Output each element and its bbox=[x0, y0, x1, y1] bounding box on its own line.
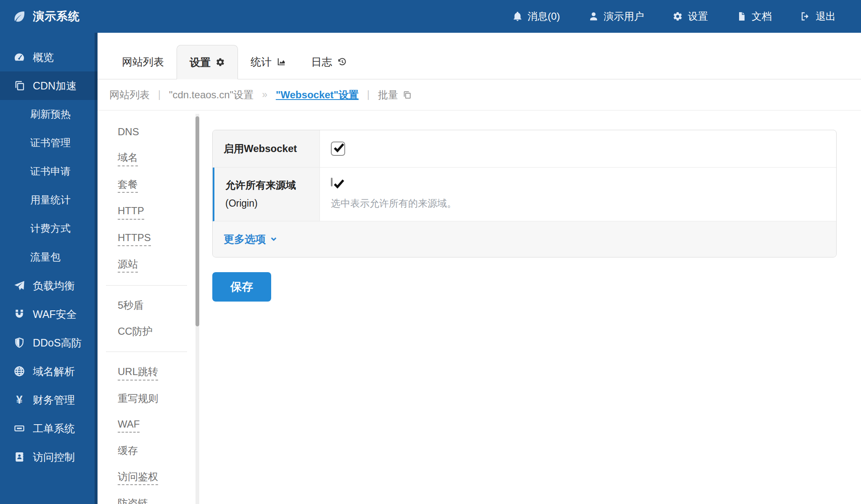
tab-logs[interactable]: 日志 bbox=[298, 45, 359, 79]
sidebar-item-cert-manage[interactable]: 证书管理 bbox=[0, 129, 98, 157]
subnav-item-plan[interactable]: 套餐 bbox=[118, 179, 138, 193]
sidebar-item-billing[interactable]: 计费方式 bbox=[0, 214, 98, 243]
sidebar-item-tickets[interactable]: 工单系统 bbox=[0, 414, 98, 443]
breadcrumb: 网站列表 | "cdn.teaos.cn"设置 » "Websocket"设置 … bbox=[98, 79, 861, 110]
sidebar-item-traffic-pack[interactable]: 流量包 bbox=[0, 243, 98, 271]
gear-icon bbox=[673, 11, 683, 21]
breadcrumb-site-list[interactable]: 网站列表 bbox=[109, 88, 150, 102]
subnav-item-domain[interactable]: 域名 bbox=[118, 152, 138, 166]
topnav: 消息(0) 演示用户 设置 文档 退出 bbox=[498, 10, 861, 23]
sidebar-item-label: 证书申请 bbox=[30, 165, 71, 178]
subnav-divider bbox=[106, 285, 187, 286]
clone-icon bbox=[402, 90, 412, 100]
logout-icon bbox=[800, 11, 811, 21]
panel-footer: 更多选项 bbox=[213, 221, 836, 257]
sidebar-item-label: 刷新预热 bbox=[30, 108, 71, 121]
field-sublabel-text: (Origin) bbox=[225, 198, 312, 209]
sidebar-item-label: 工单系统 bbox=[33, 422, 75, 436]
more-options-label: 更多选项 bbox=[224, 232, 266, 246]
gear-icon bbox=[216, 58, 225, 67]
topnav-docs[interactable]: 文档 bbox=[722, 10, 786, 23]
subnav-divider bbox=[106, 352, 187, 352]
sidebar-item-label: CDN加速 bbox=[33, 79, 77, 93]
sidebar-item-label: WAF安全 bbox=[33, 307, 77, 321]
sidebar-item-refresh-prewarm[interactable]: 刷新预热 bbox=[0, 100, 98, 129]
sidebar-item-finance[interactable]: ¥ 财务管理 bbox=[0, 386, 98, 414]
history-icon bbox=[337, 57, 346, 66]
subnav-scrollbar-thumb[interactable] bbox=[195, 116, 199, 326]
top-navbar: 演示系统 消息(0) 演示用户 设置 文档 bbox=[0, 0, 861, 33]
batch-label: 批量 bbox=[378, 88, 398, 102]
shield-half-icon bbox=[12, 337, 27, 349]
globe-icon bbox=[12, 365, 27, 377]
breadcrumb-arrow: » bbox=[262, 89, 267, 100]
breadcrumb-batch[interactable]: 批量 bbox=[378, 88, 412, 102]
tab-settings[interactable]: 设置 bbox=[177, 45, 238, 79]
form-row-enable-websocket: 启用Websocket bbox=[213, 130, 836, 168]
subnav-item-waf[interactable]: WAF bbox=[118, 419, 140, 433]
sidebar-item-label: 财务管理 bbox=[33, 393, 75, 407]
ticket-icon bbox=[12, 423, 27, 434]
address-book-icon bbox=[12, 451, 27, 463]
subnav-item-https[interactable]: HTTPS bbox=[118, 232, 151, 246]
field-label-text: 允许所有来源域 bbox=[225, 178, 312, 192]
sidebar-item-label: 流量包 bbox=[30, 250, 61, 264]
brand[interactable]: 演示系统 bbox=[0, 9, 80, 24]
sidebar-item-ddos[interactable]: DDoS高防 bbox=[0, 328, 98, 357]
magnet-icon bbox=[12, 308, 27, 320]
topnav-messages[interactable]: 消息(0) bbox=[498, 10, 574, 23]
tab-label: 设置 bbox=[190, 55, 211, 69]
field-value: 选中表示允许所有的来源域。 bbox=[320, 168, 836, 221]
settings-body: DNS 域名 套餐 HTTP HTTPS 源站 5秒盾 CC防护 URL跳转 重… bbox=[98, 110, 861, 504]
subnav-item-cache[interactable]: 缓存 bbox=[118, 445, 138, 458]
form-row-allow-origins: 允许所有来源域 (Origin) 选中表示允许所有的来源域。 bbox=[213, 168, 836, 221]
sidebar-item-usage-stats[interactable]: 用量统计 bbox=[0, 186, 98, 214]
more-options-link[interactable]: 更多选项 bbox=[224, 232, 277, 246]
tab-statistics[interactable]: 统计 bbox=[238, 45, 298, 79]
topnav-logout[interactable]: 退出 bbox=[786, 10, 850, 23]
subnav-scrollbar-track[interactable] bbox=[195, 114, 199, 504]
sidebar-item-label: 用量统计 bbox=[30, 193, 71, 207]
subnav-item-5s-shield[interactable]: 5秒盾 bbox=[118, 300, 143, 313]
sidebar-item-label: 证书管理 bbox=[30, 136, 71, 150]
sidebar-item-label: 计费方式 bbox=[30, 222, 71, 235]
subnav-item-hotlink[interactable]: 防盗链 bbox=[118, 498, 148, 504]
clone-icon bbox=[12, 80, 27, 92]
settings-panel: 启用Websocket 允许所有来源域 (Origin) bbox=[212, 130, 837, 257]
sidebar-item-load-balance[interactable]: 负载均衡 bbox=[0, 271, 98, 300]
subnav-item-url-redirect[interactable]: URL跳转 bbox=[118, 366, 158, 380]
topnav-user[interactable]: 演示用户 bbox=[574, 10, 658, 23]
save-button[interactable]: 保存 bbox=[212, 272, 271, 302]
topnav-settings[interactable]: 设置 bbox=[658, 10, 722, 23]
subnav-item-auth[interactable]: 访问鉴权 bbox=[118, 471, 158, 485]
field-help-text: 选中表示允许所有的来源域。 bbox=[331, 197, 836, 210]
websocket-form: 启用Websocket 允许所有来源域 (Origin) bbox=[199, 110, 861, 504]
enable-websocket-checkbox[interactable] bbox=[331, 142, 345, 156]
user-icon bbox=[589, 11, 599, 21]
subnav-item-cc-protect[interactable]: CC防护 bbox=[118, 326, 153, 339]
allow-all-origins-checkbox[interactable] bbox=[331, 178, 333, 186]
main-content: 网站列表 设置 统计 日志 网站列表 | "cdn.teaos.cn"设置 » … bbox=[98, 33, 861, 504]
subnav-item-origin[interactable]: 源站 bbox=[118, 259, 138, 273]
sidebar-item-cdn[interactable]: CDN加速 bbox=[0, 71, 98, 100]
document-icon bbox=[737, 11, 747, 21]
bell-icon bbox=[512, 11, 523, 21]
sidebar-item-cert-apply[interactable]: 证书申请 bbox=[0, 157, 98, 186]
sidebar-item-label: 域名解析 bbox=[33, 365, 75, 378]
sidebar: 概览 CDN加速 刷新预热 证书管理 证书申请 用量统计 计费方式 流量包 负载… bbox=[0, 33, 98, 504]
subnav-item-dns[interactable]: DNS bbox=[118, 126, 139, 139]
breadcrumb-domain-settings[interactable]: "cdn.teaos.cn"设置 bbox=[169, 88, 254, 102]
leaf-logo-icon bbox=[13, 10, 26, 23]
sidebar-item-overview[interactable]: 概览 bbox=[0, 43, 98, 71]
tab-site-list[interactable]: 网站列表 bbox=[109, 45, 177, 79]
topnav-label: 消息(0) bbox=[528, 10, 560, 23]
breadcrumb-websocket-settings[interactable]: "Websocket"设置 bbox=[276, 88, 359, 102]
breadcrumb-separator: | bbox=[367, 89, 370, 100]
subnav-item-http[interactable]: HTTP bbox=[118, 205, 144, 219]
sidebar-item-waf[interactable]: WAF安全 bbox=[0, 300, 98, 328]
chart-icon bbox=[277, 57, 286, 66]
sidebar-item-access-control[interactable]: 访问控制 bbox=[0, 443, 98, 471]
subnav-item-rewrite-rules[interactable]: 重写规则 bbox=[118, 393, 158, 406]
sidebar-item-dns-resolve[interactable]: 域名解析 bbox=[0, 357, 98, 386]
tab-label: 日志 bbox=[311, 55, 332, 69]
